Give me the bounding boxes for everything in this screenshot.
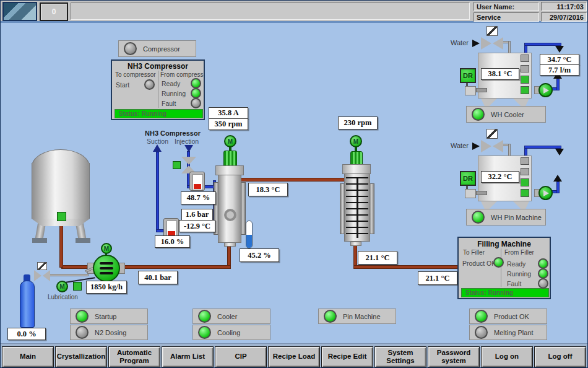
nh3-running-led-icon — [191, 88, 201, 99]
wh-pin-indicator — [521, 157, 529, 165]
wh-cooler-valve-actuator-icon — [486, 26, 498, 36]
injection-valve-position-indicator — [189, 172, 205, 191]
water-arrow-icon — [472, 40, 480, 47]
product-pipe-pin-outlet — [353, 245, 357, 268]
product-pipe-to-filler — [353, 265, 459, 269]
startup-led-icon — [76, 310, 89, 323]
pump-flow-value: 1850 kg/h — [86, 281, 127, 294]
wh-cooler-water-label: Water — [451, 39, 469, 46]
wh-cooler-flow-value: 7.7 l/m — [540, 64, 579, 76]
hmi-screen: 0 User Name: 11:17:03 Service 29/07/2016… — [0, 0, 588, 368]
wh-cooler-button[interactable]: WH Cooler — [466, 106, 546, 123]
filling-ready-led-icon — [538, 258, 548, 269]
lubrication-label: Lubrication — [48, 294, 78, 300]
wh-pin-indicator — [521, 178, 529, 186]
storage-tank-outlet-indicator — [57, 212, 66, 221]
user-name-label: User Name: — [473, 2, 539, 11]
nav-recipe-edit[interactable]: Recipe Edit — [321, 346, 373, 367]
cooling-button[interactable]: Cooling — [192, 325, 270, 340]
wh-cooler-indicator — [521, 86, 529, 94]
filling-panel-title: Filling Machine — [459, 240, 550, 248]
nav-log-off[interactable]: Log off — [534, 346, 586, 367]
wh-cooler-indicator — [521, 76, 529, 84]
nh3-fault-label: Fault — [162, 100, 176, 107]
filling-fault-led-icon — [538, 278, 548, 289]
wh-pin-machine-button[interactable]: WH Pin Machine — [466, 209, 546, 226]
nav-automatic-program[interactable]: Automatic Program — [108, 346, 160, 367]
storage-tank-foot — [32, 238, 47, 243]
wh-cooler-temp-value: 38.1 °C — [481, 68, 519, 80]
injection-arrow-down-icon — [184, 145, 193, 152]
alarm-counter-value: 0 — [52, 7, 56, 16]
product-ok-button[interactable]: Product OK — [469, 309, 547, 324]
injection-valve-icon — [181, 157, 197, 173]
wh-cooler-led-icon — [472, 108, 485, 121]
suction-arrow-up-icon — [153, 144, 162, 152]
wh-cooler-indicator — [521, 55, 529, 62]
n2-pipe — [49, 274, 89, 276]
filler-line-temp-value: 21.1 °C — [418, 271, 457, 285]
clock-date: 29/07/2016 — [541, 12, 587, 22]
filling-ready-label: Ready — [507, 260, 525, 268]
cooler-sight-glass-icon — [224, 209, 236, 221]
cooler-motor-base — [223, 151, 237, 166]
cooler-vessel-flange — [215, 165, 244, 175]
product-ok-led-icon — [475, 310, 488, 323]
injection-valve-position-value: 48.7 % — [181, 191, 216, 204]
nav-recipe-load[interactable]: Recipe Load — [268, 346, 320, 367]
suction-pipe — [156, 152, 159, 232]
nav-main[interactable]: Main — [2, 346, 54, 367]
cooler-button[interactable]: Cooler — [192, 309, 270, 324]
clock-time: 11:17:03 — [541, 2, 587, 11]
nh3-panel-left-header: To compressor — [115, 71, 156, 78]
melting-plant-led-icon — [475, 326, 488, 339]
startup-button[interactable]: Startup — [70, 309, 148, 324]
nav-alarm-list[interactable]: Alarm List — [162, 346, 214, 367]
cooler-bottom-nozzle — [224, 242, 236, 247]
wh-cooler-label: WH Cooler — [491, 111, 524, 118]
injection-valve-actuator-icon — [173, 161, 181, 169]
nav-system-settings[interactable]: System Settings — [374, 346, 426, 367]
nh3-panel-right-header: From compress — [160, 71, 203, 78]
nav-crystallization[interactable]: Crystallization — [55, 346, 107, 367]
pin-machine-motor-icon: M — [350, 135, 362, 147]
wh-pin-dr-box: DR — [460, 171, 476, 186]
pump-pressure-value: 40.1 bar — [138, 271, 178, 284]
lubrication-motor-icon: M — [56, 281, 68, 292]
injection-label: Injection — [175, 138, 199, 145]
wh-pin-indicator — [521, 189, 529, 197]
nav-password-system[interactable]: Password system — [428, 346, 480, 367]
wh-pin-machine-label: WH Pin Machine — [491, 214, 542, 221]
alarm-message-bar — [71, 2, 470, 20]
n2-dosing-button[interactable]: N2 Dosing — [70, 325, 148, 340]
nh3-lines-title: NH3 Compressor — [143, 129, 202, 137]
wh-pin-machine-led-icon — [472, 211, 485, 224]
n2-level-value: 0.0 % — [7, 328, 46, 340]
filling-machine-panel: Filling Machine To Filler From Filler Pr… — [457, 237, 551, 299]
nh3-start-led-icon[interactable] — [144, 79, 155, 90]
wh-cooler-heater-rod — [476, 88, 487, 92]
nav-cip[interactable]: CIP — [215, 346, 267, 367]
nav-log-on[interactable]: Log on — [481, 346, 533, 367]
alarm-counter-button[interactable]: 0 — [40, 2, 68, 21]
wh-pin-indicator — [521, 168, 529, 175]
filling-right-header: From Filler — [504, 249, 534, 256]
nh3-ready-led-icon — [191, 78, 201, 89]
flow-arrow-up-icon — [553, 175, 562, 182]
nh3-compressor-panel: NH3 Compressor To compressor From compre… — [111, 59, 205, 120]
product-pipe-tank-outlet — [59, 221, 63, 268]
wh-pin-valve-actuator-icon — [486, 129, 498, 139]
app-logo — [2, 2, 37, 21]
cooler-motor-icon: M — [224, 135, 236, 147]
filling-fault-label: Fault — [507, 280, 521, 287]
wh-pin-heater-rod — [476, 191, 487, 195]
pin-machine-button[interactable]: Pin Machine — [318, 309, 396, 324]
water-arrow-icon — [472, 142, 480, 150]
cooling-led-icon — [198, 326, 211, 339]
evaporator-temperature-value: -12.9 °C — [179, 220, 215, 232]
compressor-current-value: 35.8 A — [209, 107, 248, 119]
pump-motor-icon: M — [101, 243, 112, 254]
melting-plant-button[interactable]: Melting Plant — [469, 325, 547, 340]
compressor-button[interactable]: Compressor — [118, 40, 196, 57]
n2-valve-icon — [34, 270, 50, 281]
